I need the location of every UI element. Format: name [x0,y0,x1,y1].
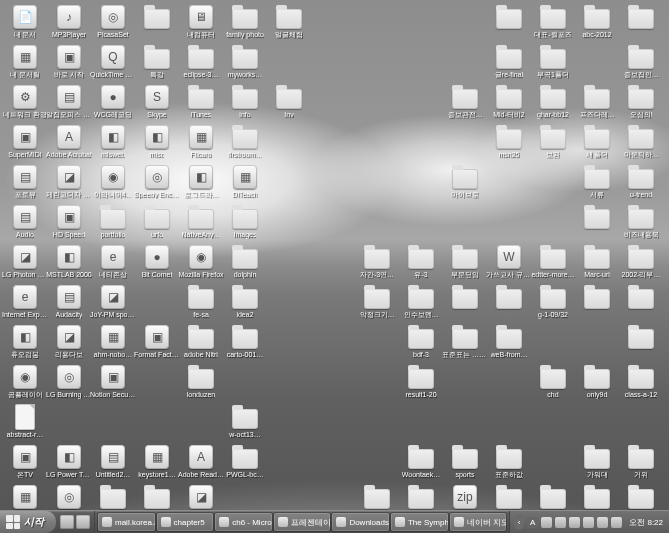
desktop-icon[interactable]: ▤Audacity [48,284,90,319]
desktop-icon[interactable] [620,4,662,31]
desktop-icon[interactable]: ▣HD Speed [48,204,90,239]
desktop-icon[interactable]: ▣온TV [4,444,46,479]
desktop-icon[interactable]: sports [444,444,486,479]
desktop-icon[interactable] [576,204,618,231]
desktop-icon[interactable]: 마이브로 [444,164,486,199]
desktop-icon[interactable]: e네티존상 [92,244,134,279]
desktop-icon[interactable]: portfolio [92,204,134,239]
desktop-icon[interactable]: carto-001… [224,324,266,359]
desktop-icon[interactable]: Mid-터비2 [488,84,530,119]
desktop-icon[interactable]: 🖥내컴퓨터 [180,4,222,39]
desktop-icon[interactable]: ◉이라니머4… [92,164,134,199]
desktop-icon[interactable] [620,284,662,311]
desktop-icon[interactable]: 거위 [620,444,662,479]
desktop-icon[interactable]: abc-2012 [576,4,618,39]
desktop-icon[interactable] [576,284,618,311]
desktop-icon[interactable]: ◧LG Power Tools [48,444,90,479]
desktop-icon[interactable]: ▤Audio [4,204,46,239]
desktop-icon[interactable]: eclipse-3… [180,44,222,79]
tray-volume-icon[interactable] [597,517,608,528]
desktop-icon[interactable]: g-1-09/32 [532,284,574,319]
desktop-icon[interactable]: 악정크기… [356,284,398,319]
taskbar-task-button[interactable]: Downloads [332,513,389,531]
desktop-icon[interactable]: 증보집인… [620,44,662,79]
desktop-icon[interactable]: myworks… [224,44,266,79]
desktop-icon[interactable]: Woontaek… [400,444,442,479]
desktop-icon[interactable]: iTunes [180,84,222,119]
desktop-icon[interactable]: 대표-월포즈 [532,4,574,39]
desktop-icon[interactable]: 보관 [532,124,574,159]
desktop-icon[interactable]: ◎Speedy Encore [136,164,178,199]
desktop-icon[interactable]: ◎PicasaSet [92,4,134,39]
start-button[interactable]: 시작 [0,511,56,533]
desktop-icon[interactable]: 특강 [136,44,178,79]
desktop-icon[interactable]: class-a-12 [620,364,662,399]
desktop-icon[interactable]: 가워대 [576,444,618,479]
taskbar-task-button[interactable]: mail.korea.a… [98,513,155,531]
tray-lang-indicator[interactable]: A [527,517,538,528]
tray-icon[interactable] [541,517,552,528]
desktop-icon[interactable]: 자간-3연… [356,244,398,279]
desktop-icon[interactable]: 부곡1폴더 [532,44,574,79]
desktop-icon[interactable] [488,484,530,511]
taskbar-task-button[interactable]: The Sympho… [391,513,448,531]
desktop-icon[interactable]: msn25 [488,124,530,159]
desktop-icon[interactable]: 표준하값 [488,444,530,479]
desktop-icon[interactable] [136,4,178,31]
desktop-icon[interactable]: 📄내 문서 [4,4,46,39]
desktop-icon[interactable]: ◉Mozilla Firefox [180,244,222,279]
desktop-icon[interactable]: ghar-bb12 [532,84,574,119]
taskbar-task-button[interactable]: ch6 - Micros… [215,513,272,531]
desktop-icon[interactable]: ⚙네트워크 환경 [4,84,46,119]
desktop-icon[interactable]: AAdobe Reader X [180,444,222,479]
desktop-icon[interactable]: ●WCG레코딩 [92,84,134,119]
desktop-icon[interactable]: only9d [576,364,618,399]
desktop-icon[interactable]: idea2 [224,284,266,319]
desktop-icon[interactable]: ◪제린고디자 amSurf S… [48,164,90,199]
desktop-icon[interactable]: urfo [136,204,178,239]
desktop-icon[interactable]: ▦keystore1… [136,444,178,479]
desktop-icon[interactable]: 새 폴더 [576,124,618,159]
desktop-icon[interactable]: dolphin [224,244,266,279]
desktop-icon[interactable]: fe-sa [180,284,222,319]
quicklaunch-item[interactable] [60,515,74,529]
taskbar-task-button[interactable]: chapter5 [157,513,214,531]
desktop-icon[interactable]: 서류 [576,164,618,199]
desktop-icon[interactable]: ▣Format Factory [136,324,178,359]
desktop-icon[interactable] [488,4,530,31]
desktop-icon[interactable]: 얼굴체험 [268,4,310,39]
desktop-icon[interactable]: 2002-리부… [620,244,662,279]
desktop-icon[interactable]: ◧휴오검봉 [4,324,46,359]
desktop-icon[interactable]: ▦Flicaro [180,124,222,159]
desktop-icon[interactable]: chd [532,364,574,399]
desktop-icon[interactable]: ▦DiTeach [224,164,266,199]
desktop-icon[interactable]: 인수보멘… [400,284,442,319]
desktop-icon[interactable]: ◧로그드라… [180,164,222,199]
desktop-icon[interactable]: NativeAny… [180,204,222,239]
tray-expand-icon[interactable]: ‹ [514,514,524,530]
desktop-icon[interactable]: 프즈다레… [576,84,618,119]
desktop-icon[interactable]: 증보관전… [444,84,486,119]
desktop-icon[interactable]: result1-20 [400,364,442,399]
desktop-icon[interactable]: abstract-r… [4,404,46,439]
desktop-icon[interactable]: PWGL-bc… [224,444,266,479]
desktop-icon[interactable]: u-trend [620,164,662,199]
desktop-icon[interactable]: londuzen [180,364,222,399]
desktop-icon[interactable]: ◪JoY-PM spokes [92,284,134,319]
taskbar-task-button[interactable]: 프레젠테이션… [274,513,331,531]
desktop-icon[interactable]: info [224,84,266,119]
desktop-icon[interactable]: 글re-final [488,44,530,79]
desktop-icon[interactable]: 유-3 [400,244,442,279]
desktop-icon[interactable]: W가쓰교사 규정집… [488,244,530,279]
desktop-icon[interactable] [488,284,530,311]
desktop-icon[interactable]: 표준표는 …2010 [444,324,486,359]
desktop-icon[interactable]: edtter-more… [532,244,574,279]
desktop-icon[interactable]: 부문딮임 [444,244,486,279]
desktop-icon[interactable]: SSkype [136,84,178,119]
desktop-icon[interactable]: bdf-3 [400,324,442,359]
desktop-icon[interactable]: QQuickTime Player [92,44,134,79]
tray-icon[interactable] [555,517,566,528]
desktop-icon[interactable]: ▣Notion Security [92,364,134,399]
desktop-icon[interactable]: Images [224,204,266,239]
desktop-icon[interactable]: firstroom… [224,124,266,159]
